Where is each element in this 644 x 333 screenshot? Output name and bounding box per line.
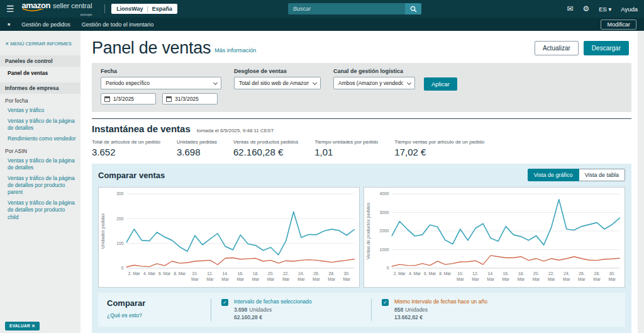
marketplace-name: España [152,6,172,12]
nav-item-gestion-pedidos[interactable]: Gestión de pedidos [21,21,70,28]
search-button[interactable] [405,3,421,14]
desglose-label: Desglose de ventas [234,68,321,74]
svg-text:2. Mar: 2. Mar [128,271,141,276]
fecha-label: Fecha [101,68,221,74]
fulfillment-channel-value: Ambos (Amazon y vendedor) [338,80,403,86]
stat-unidades-por-pedido: Tiempo unidades por pedido 1,01 [314,139,378,157]
date-from-field [101,93,156,104]
amazon-smile-icon [22,8,45,12]
download-button[interactable]: Descargar [584,41,629,55]
svg-text:4. Mar: 4. Mar [143,271,156,276]
units-ordered-chart-svg: 01002003002. Mar4. Mar6. Mar8. Mar10.Mar… [99,188,359,287]
legend-units-current: 3.698 [234,307,247,313]
svg-text:24.Mar: 24.Mar [563,271,570,281]
sidebar-group-por-asin: Por ASIN [0,144,80,155]
legend-title: Comparar [107,298,211,308]
svg-text:Unidades pedidas: Unidades pedidas [101,213,106,249]
evaluar-feedback-badge[interactable]: EVALUAR ✕ [5,322,40,330]
svg-text:4. Mar: 4. Mar [409,271,421,276]
calendar-icon[interactable] [104,96,110,102]
help-link[interactable]: Ayuda [621,6,638,13]
sidebar-item-ventas-trafico-pagina-detalles[interactable]: Ventas y tráfico de la página de detalle… [0,116,80,133]
period-select[interactable]: Periodo específico [101,77,221,89]
apply-button[interactable]: Aplicar [424,77,457,91]
compare-sales-section: Comparar ventas Vista de gráfico Vista d… [92,164,631,333]
legend-label-current[interactable]: Intervalo de fechas seleccionado [234,298,312,305]
stat-value: 3.652 [92,147,160,157]
sidebar-item-panel-de-ventas[interactable]: Panel de ventas [0,67,80,79]
svg-text:12.Mar: 12.Mar [472,271,479,281]
period-select-value: Periodo específico [106,80,150,86]
svg-text:28.Mar: 28.Mar [328,271,335,281]
sidebar-section-informes-de-empresa[interactable]: Informes de empresa [0,82,80,94]
checkbox-current-period[interactable]: ✓ [221,299,228,306]
legend-label-previous[interactable]: Mismo intervalo de fechas hace un año [394,298,487,305]
account-name: LionsWay [116,6,143,12]
canal-label: Canal de gestión logística [333,68,415,74]
fulfillment-channel-select[interactable]: Ambos (Amazon y vendedor) [333,77,415,89]
svg-text:12.Mar: 12.Mar [206,271,214,281]
top-navigation-bar: ☰ amazon seller central europe LionsWay … [0,0,644,18]
what-is-this-link[interactable]: ¿Qué es esto? [107,312,211,319]
stat-value: 17,02 € [394,147,484,157]
stat-value: 3.698 [177,147,217,157]
search-icon [410,6,417,13]
refresh-button[interactable]: Actualizar [535,41,579,55]
date-to-input[interactable] [175,96,214,102]
sidebar-item-asin-producto-child[interactable]: Ventas y tráfico de la página de detalle… [0,198,80,222]
svg-text:30.Mar: 30.Mar [608,271,616,281]
stat-ventas-por-articulo: Tiempo ventas por artículo de un pedido … [394,139,484,157]
amazon-seller-central-logo[interactable]: amazon seller central europe [22,1,92,16]
checkbox-previous-year[interactable]: ✓ [382,299,389,306]
sales-breakdown-select[interactable]: Total del sitio web de Amazon [234,77,321,89]
svg-text:0: 0 [387,266,389,270]
legend-units-word: Unidades [249,307,272,313]
legend-units-previous: 858 [394,307,403,313]
svg-text:10.Mar: 10.Mar [191,271,199,281]
close-reports-menu[interactable]: ✕ MENÚ CERRAR INFORMES [0,41,80,52]
messages-icon[interactable]: ✉ [567,4,573,13]
sidebar-item-ventas-y-trafico[interactable]: Ventas y tráfico [0,105,80,116]
svg-text:2. Mar: 2. Mar [394,271,406,276]
stat-label: Unidades pedidas [177,139,217,145]
language-selector[interactable]: ES ▾ [599,6,611,13]
date-from-input[interactable] [113,96,152,102]
logo-region-text: europe [22,13,92,16]
svg-text:6. Mar: 6. Mar [158,271,171,276]
svg-text:14.Mar: 14.Mar [221,271,229,281]
filters-panel: Fecha Periodo específico [92,63,631,112]
compare-legend: Comparar ¿Qué es esto? ✓ Intervalo de fe… [98,293,625,327]
sidebar-item-rendimiento-como-vendedor[interactable]: Rendimiento como vendedor [0,133,80,144]
stat-value: 1,01 [314,147,378,157]
sidebar-item-asin-pagina-detalles[interactable]: Ventas y tráfico de la página de detalle… [0,155,80,173]
sales-snapshot-section: Instantánea de ventas tomada el 6/5/2025… [92,118,631,157]
settings-gear-icon[interactable]: ⚙ [582,4,589,13]
favorites-grid-icon[interactable]: ■ [8,22,10,26]
svg-text:8. Mar: 8. Mar [174,271,186,276]
stat-ventas-productos: Ventas de productos pedidos 62.160,28 € [233,139,298,157]
date-to-field [162,93,218,104]
legend-item-previous-year: ✓ Mismo intervalo de fechas hace un año … [371,298,531,321]
stat-value: 62.160,28 € [233,147,298,157]
svg-text:24.Mar: 24.Mar [297,271,305,281]
more-info-link[interactable]: Más información [214,47,256,54]
sidebar-section-paneles-de-control[interactable]: Paneles de control [0,55,80,67]
svg-text:3000: 3000 [380,210,389,215]
search-input[interactable] [288,3,405,14]
sidebar-item-asin-producto-parent[interactable]: Ventas y tráfico de la página de detalle… [0,173,80,198]
account-marketplace-switcher[interactable]: LionsWay | España [111,4,177,14]
svg-text:30.Mar: 30.Mar [343,271,350,281]
svg-text:28.Mar: 28.Mar [593,271,601,281]
svg-text:Ventas de productos pedidos: Ventas de productos pedidos [366,202,371,259]
compare-title: Comparar ventas [98,171,165,180]
nav-item-gestion-inventario[interactable]: Gestión de todo el inventario [82,21,154,28]
divider [104,4,105,13]
hamburger-menu-icon[interactable]: ☰ [6,4,14,14]
svg-text:22.Mar: 22.Mar [282,271,290,281]
table-view-button[interactable]: Vista de tabla [579,169,625,181]
legend-item-current-period: ✓ Intervalo de fechas seleccionado 3.698… [211,298,371,321]
snapshot-title: Instantánea de ventas [92,123,191,134]
modify-button[interactable]: Modificar [601,20,636,30]
chart-view-button[interactable]: Vista de gráfico [528,169,579,181]
calendar-icon[interactable] [166,96,172,102]
